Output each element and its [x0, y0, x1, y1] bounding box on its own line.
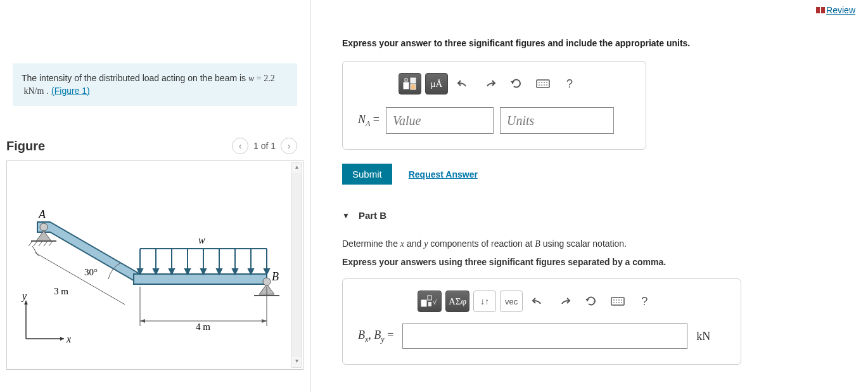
- svg-line-37: [32, 246, 39, 256]
- review-link[interactable]: Review: [816, 5, 855, 15]
- figure-counter: 1 of 1: [253, 141, 276, 151]
- book-icon: [816, 7, 825, 13]
- next-figure-button[interactable]: ›: [281, 138, 297, 154]
- svg-rect-56: [428, 302, 431, 306]
- keyboard-button-b[interactable]: [606, 291, 629, 312]
- undo-icon: [532, 296, 544, 306]
- reset-button-b[interactable]: [580, 291, 603, 312]
- svg-marker-1: [60, 337, 64, 341]
- redo-button[interactable]: [478, 73, 501, 95]
- left-panel: The intensity of the distributed load ac…: [0, 0, 310, 392]
- axis-x-label: x: [66, 334, 71, 344]
- svg-rect-5: [134, 274, 267, 284]
- partB-instruction: Express your answers using three signifi…: [342, 257, 855, 267]
- partB-lhs: Bx, By =: [358, 329, 393, 344]
- svg-marker-31: [233, 269, 238, 274]
- partB-label: Part B: [359, 210, 386, 221]
- svg-line-12: [44, 241, 48, 246]
- svg-line-11: [39, 241, 42, 246]
- svg-marker-49: [511, 81, 514, 84]
- partA-toolbar: μÅ ?: [399, 73, 630, 95]
- redo-button-b[interactable]: [553, 291, 576, 312]
- help-button[interactable]: ?: [558, 73, 581, 95]
- figure-scrollbar[interactable]: ▴ ▾: [291, 162, 302, 368]
- svg-rect-43: [816, 7, 820, 13]
- svg-line-13: [49, 241, 53, 246]
- svg-rect-44: [821, 7, 825, 13]
- problem-equals: =: [254, 74, 264, 83]
- problem-variable: w: [248, 74, 254, 83]
- length-3m-label: 3 m: [54, 286, 68, 296]
- svg-line-9: [29, 241, 32, 246]
- right-panel: Review Express your answer to three sign…: [310, 0, 868, 392]
- svg-marker-25: [185, 269, 190, 274]
- undo-icon: [457, 79, 469, 89]
- partA-submit-row: Submit Request Answer: [342, 164, 855, 185]
- svg-point-15: [263, 278, 271, 285]
- point-B-label: B: [272, 270, 279, 283]
- template-tool-button-b[interactable]: √: [418, 291, 442, 312]
- collapse-caret-icon: ▼: [342, 211, 350, 220]
- partB-toolbar: √ ΑΣφ ↓↑ vec ?: [418, 291, 725, 312]
- partB-header[interactable]: ▼ Part B: [342, 210, 855, 221]
- prev-figure-button[interactable]: ‹: [232, 138, 248, 154]
- problem-statement: The intensity of the distributed load ac…: [13, 63, 297, 106]
- updown-button[interactable]: ↓↑: [473, 291, 496, 312]
- figure-canvas: ▴ ▾ y x: [6, 160, 303, 370]
- angle-label: 30°: [84, 267, 98, 277]
- svg-marker-29: [217, 269, 222, 274]
- keyboard-button[interactable]: [532, 73, 554, 95]
- svg-rect-58: [611, 297, 624, 305]
- partA-lhs: NA =: [358, 113, 380, 129]
- svg-marker-41: [140, 319, 145, 323]
- redo-icon: [558, 296, 571, 306]
- svg-text:√: √: [433, 298, 437, 306]
- figure-link[interactable]: (Figure 1): [51, 86, 90, 96]
- template-tool-button[interactable]: [399, 73, 421, 95]
- svg-rect-50: [537, 80, 549, 88]
- request-answer-link[interactable]: Request Answer: [409, 169, 478, 180]
- greek-tool-button[interactable]: ΑΣφ: [445, 291, 469, 312]
- submit-button[interactable]: Submit: [342, 164, 392, 185]
- reset-icon: [585, 296, 597, 307]
- scroll-up-icon[interactable]: ▴: [292, 163, 301, 173]
- point-A-label: A: [38, 208, 46, 221]
- partA-value-input[interactable]: [386, 107, 494, 134]
- svg-marker-21: [153, 269, 158, 274]
- partA-equation-row: NA =: [358, 107, 630, 134]
- partA-units-input[interactable]: [500, 107, 614, 134]
- beam-diagram: y x: [13, 174, 279, 351]
- partA-answer-box: μÅ ? NA =: [342, 61, 646, 150]
- figure-header: Figure ‹ 1 of 1 ›: [6, 138, 297, 154]
- svg-marker-23: [169, 269, 174, 274]
- problem-unit: kN/m: [22, 86, 44, 96]
- svg-marker-35: [264, 269, 269, 274]
- partB-prompt: Determine the x and y components of reac…: [342, 237, 855, 251]
- svg-rect-46: [411, 78, 416, 83]
- svg-rect-53: [421, 300, 426, 306]
- svg-marker-27: [201, 269, 206, 274]
- svg-rect-48: [405, 79, 407, 81]
- scroll-down-icon[interactable]: ▾: [292, 357, 301, 367]
- figure-title: Figure: [6, 139, 45, 154]
- figure-nav: ‹ 1 of 1 ›: [232, 138, 297, 154]
- vec-button[interactable]: vec: [500, 291, 523, 312]
- reset-button[interactable]: [505, 73, 528, 95]
- units-tool-button[interactable]: μÅ: [425, 73, 448, 95]
- undo-button[interactable]: [452, 73, 475, 95]
- load-w-label: w: [198, 235, 205, 245]
- partB-equation-row: Bx, By = kN: [358, 323, 725, 349]
- problem-text: The intensity of the distributed load ac…: [22, 73, 248, 83]
- help-button-b[interactable]: ?: [633, 291, 656, 312]
- undo-button-b[interactable]: [527, 291, 549, 312]
- svg-marker-42: [262, 319, 267, 323]
- partB-answer-box: √ ΑΣφ ↓↑ vec ?: [342, 278, 741, 365]
- keyboard-icon: [536, 79, 550, 88]
- svg-rect-54: [428, 296, 431, 300]
- axis-y-label: y: [21, 291, 27, 302]
- partB-unit: kN: [696, 330, 710, 343]
- svg-point-6: [40, 223, 48, 231]
- redo-icon: [483, 79, 496, 89]
- partB-value-input[interactable]: [402, 323, 687, 349]
- reset-icon: [511, 78, 522, 89]
